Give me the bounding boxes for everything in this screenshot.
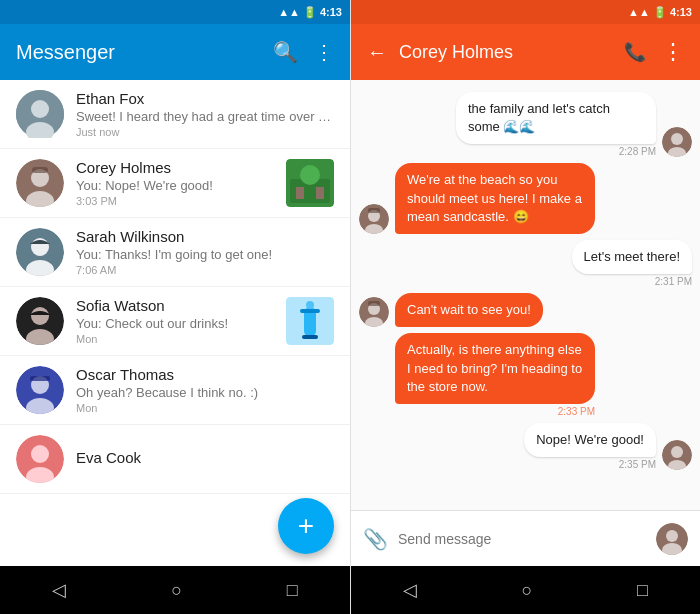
nav-home-icon[interactable]: ○ — [171, 580, 182, 601]
conv-name-sofia: Sofia Watson — [76, 297, 278, 314]
contact-name: Corey Holmes — [399, 42, 513, 63]
svg-point-21 — [306, 301, 314, 309]
fab-compose[interactable]: + — [278, 498, 334, 554]
sent-avatar-1 — [662, 127, 692, 157]
conv-preview-corey: You: Nope! We're good! — [76, 178, 278, 193]
nav-back-icon[interactable]: ◁ — [52, 579, 66, 601]
conv-content-eva: Eva Cook — [76, 449, 334, 470]
message-time-3: 2:31 PM — [572, 276, 692, 287]
message-row-4: Can't wait to see you! — [359, 293, 692, 327]
chat-app-bar: ← Corey Holmes 📞 ⋮ — [351, 24, 700, 80]
app-bar-actions: 🔍 ⋮ — [273, 40, 334, 64]
conv-content-sarah: Sarah Wilkinson You: Thanks! I'm going t… — [76, 228, 334, 276]
messages-container: the family and let's catch some 🌊🌊 2:28 … — [351, 80, 700, 510]
chat-more-options-icon[interactable]: ⋮ — [662, 39, 684, 65]
avatar-oscar-thomas — [16, 366, 64, 414]
avatar-corey-holmes — [16, 159, 64, 207]
right-nav-recents-icon[interactable]: □ — [637, 580, 648, 601]
conversation-item-sarah-wilkinson[interactable]: Sarah Wilkinson You: Thanks! I'm going t… — [0, 218, 350, 287]
left-status-bar: ▲▲ 🔋 4:13 — [0, 0, 350, 24]
conv-preview-oscar: Oh yeah? Because I think no. :) — [76, 385, 334, 400]
received-avatar-spacer-5 — [359, 387, 389, 417]
conv-preview-ethan: Sweet! I heard they had a great time ove… — [76, 109, 334, 124]
conversation-item-sofia-watson[interactable]: Sofia Watson You: Check out our drinks! … — [0, 287, 350, 356]
right-panel: ▲▲ 🔋 4:13 ← Corey Holmes 📞 ⋮ the family … — [350, 0, 700, 614]
right-nav-bar: ◁ ○ □ — [351, 566, 700, 614]
right-nav-home-icon[interactable]: ○ — [522, 580, 533, 601]
sent-avatar-6 — [662, 440, 692, 470]
conv-preview-sofia: You: Check out our drinks! — [76, 316, 278, 331]
message-row-2: We're at the beach so you should meet us… — [359, 163, 692, 234]
svg-rect-10 — [296, 187, 304, 199]
input-bar-avatar — [656, 523, 688, 555]
right-nav-back-icon[interactable]: ◁ — [403, 579, 417, 601]
search-icon[interactable]: 🔍 — [273, 40, 298, 64]
conv-time-oscar: Mon — [76, 402, 334, 414]
svg-rect-20 — [300, 309, 320, 313]
more-options-icon[interactable]: ⋮ — [314, 40, 334, 64]
message-time-5: 2:33 PM — [395, 406, 595, 417]
conversation-item-ethan-fox[interactable]: Ethan Fox Sweet! I heard they had a grea… — [0, 80, 350, 149]
conversation-item-oscar-thomas[interactable]: Oscar Thomas Oh yeah? Because I think no… — [0, 356, 350, 425]
conv-time-corey: 3:03 PM — [76, 195, 278, 207]
conv-content-sofia: Sofia Watson You: Check out our drinks! … — [76, 297, 278, 345]
message-row-6: Nope! We're good! 2:35 PM — [359, 423, 692, 470]
message-bubble-4: Can't wait to see you! — [395, 293, 543, 327]
svg-point-28 — [31, 445, 49, 463]
conversation-item-corey-holmes[interactable]: Corey Holmes You: Nope! We're good! 3:03… — [0, 149, 350, 218]
message-row-5: Actually, is there anything else I need … — [359, 333, 692, 417]
chat-app-bar-left: ← Corey Holmes — [367, 41, 513, 64]
left-panel: ▲▲ 🔋 4:13 Messenger 🔍 ⋮ Ethan Fox Sw — [0, 0, 350, 614]
message-bubble-1: the family and let's catch some 🌊🌊 — [456, 92, 656, 144]
conv-name-oscar: Oscar Thomas — [76, 366, 334, 383]
message-bubble-2: We're at the beach so you should meet us… — [395, 163, 595, 234]
avatar-sofia-watson — [16, 297, 64, 345]
svg-point-45 — [666, 530, 678, 542]
conv-content-ethan: Ethan Fox Sweet! I heard they had a grea… — [76, 90, 334, 138]
right-time-display: 4:13 — [670, 6, 692, 18]
back-icon[interactable]: ← — [367, 41, 387, 64]
message-row-3: Let's meet there! 2:31 PM — [359, 240, 692, 287]
right-status-icons: ▲▲ 🔋 4:13 — [628, 6, 692, 19]
battery-icon: 🔋 — [303, 6, 317, 19]
call-icon[interactable]: 📞 — [624, 41, 646, 63]
nav-recents-icon[interactable]: □ — [287, 580, 298, 601]
svg-rect-11 — [316, 187, 324, 199]
conv-name-corey: Corey Holmes — [76, 159, 278, 176]
time-display: 4:13 — [320, 6, 342, 18]
svg-point-16 — [31, 307, 49, 325]
message-input[interactable] — [398, 531, 646, 547]
conv-content-oscar: Oscar Thomas Oh yeah? Because I think no… — [76, 366, 334, 414]
message-bubble-5: Actually, is there anything else I need … — [395, 333, 595, 404]
messenger-app-bar: Messenger 🔍 ⋮ — [0, 24, 350, 80]
conv-time-sarah: 7:06 AM — [76, 264, 334, 276]
message-row-1: the family and let's catch some 🌊🌊 2:28 … — [359, 92, 692, 157]
message-bubble-6: Nope! We're good! — [524, 423, 656, 457]
conv-content-corey: Corey Holmes You: Nope! We're good! 3:03… — [76, 159, 278, 207]
conv-name-ethan: Ethan Fox — [76, 90, 334, 107]
app-title: Messenger — [16, 41, 115, 64]
left-status-icons: ▲▲ 🔋 4:13 — [278, 6, 342, 19]
message-bubble-3: Let's meet there! — [572, 240, 692, 274]
conv-time-ethan: Just now — [76, 126, 334, 138]
avatar-ethan-fox — [16, 90, 64, 138]
conv-time-sofia: Mon — [76, 333, 278, 345]
conversation-list: Ethan Fox Sweet! I heard they had a grea… — [0, 80, 350, 566]
right-status-bar: ▲▲ 🔋 4:13 — [351, 0, 700, 24]
svg-rect-26 — [30, 376, 50, 381]
received-avatar-2 — [359, 204, 389, 234]
svg-point-31 — [671, 133, 683, 145]
conversation-item-eva-cook[interactable]: Eva Cook — [0, 425, 350, 494]
right-battery-icon: 🔋 — [653, 6, 667, 18]
attach-icon[interactable]: 📎 — [363, 527, 388, 551]
message-time-1: 2:28 PM — [456, 146, 656, 157]
svg-rect-22 — [302, 335, 318, 339]
right-signal-icon: ▲▲ — [628, 6, 650, 18]
avatar-eva-cook — [16, 435, 64, 483]
svg-rect-36 — [368, 208, 380, 213]
left-nav-bar: ◁ ○ □ — [0, 566, 350, 614]
chat-input-bar: 📎 — [351, 510, 700, 566]
svg-point-1 — [31, 100, 49, 118]
thumbnail-corey — [286, 159, 334, 207]
conv-name-sarah: Sarah Wilkinson — [76, 228, 334, 245]
